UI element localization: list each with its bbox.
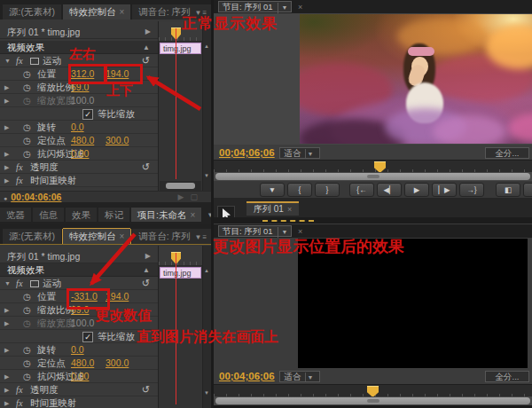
tab-信息[interactable]: 信息 (33, 208, 64, 222)
stopwatch-icon[interactable]: ◷ (23, 290, 31, 303)
dropdown-arrow-icon[interactable]: ▼ (278, 227, 288, 238)
chevron-right-icon[interactable]: ▶ (145, 25, 151, 39)
twirl-closed-icon[interactable]: ▶ (4, 81, 9, 94)
twirl-closed-icon[interactable]: ▶ (4, 317, 9, 330)
sequence-header[interactable]: 序列 01 * timg.jpg ▶ (0, 249, 158, 263)
add-marker-button[interactable]: ▼ (260, 183, 285, 197)
monitor-scrollbar[interactable] (214, 396, 532, 405)
monitor-timecode[interactable]: 00;04;06;06 (219, 147, 275, 158)
位置-value-1[interactable]: 312.0 (71, 67, 94, 81)
collapse-icon[interactable]: ▲ (143, 41, 150, 54)
monitor-time-ruler[interactable] (214, 160, 532, 173)
缩放比例-value-1[interactable]: 69.0 (71, 303, 89, 317)
uniform-scale-checkbox[interactable]: ✓ (82, 332, 93, 342)
zoom-level-dropdown[interactable]: 适合▼ (279, 147, 320, 159)
twirl-closed-icon[interactable]: ▶ (4, 161, 9, 174)
mark-in-button[interactable]: { (287, 183, 312, 197)
scroll-up-icon[interactable]: ▲ (204, 268, 209, 273)
twirl-open-icon[interactable]: ▼ (4, 277, 11, 290)
twirl-open-icon[interactable]: ▼ (4, 54, 11, 67)
chevron-right-icon[interactable]: ▶ (145, 249, 151, 263)
缩放宽度-value-1[interactable]: 100.0 (71, 94, 94, 107)
缩放比例-value-1[interactable]: 69.0 (71, 81, 89, 94)
dropdown-arrow-icon[interactable]: ▼ (278, 3, 288, 13)
panel-menu-icon[interactable]: ▼≡ (195, 9, 208, 17)
vertical-scrollbar[interactable]: ▲ ▼ (202, 246, 211, 408)
tab-特效控制台[interactable]: 特效控制台× (63, 229, 130, 244)
lift-button[interactable]: ◧ (496, 183, 520, 197)
uniform-scale-checkbox[interactable]: ✓ (82, 109, 93, 120)
reset-icon[interactable]: ↺ (142, 277, 150, 290)
close-icon[interactable]: × (298, 227, 302, 236)
close-icon[interactable]: × (298, 3, 302, 12)
twirl-closed-icon[interactable]: ▶ (4, 370, 9, 383)
定位点-value-2[interactable]: 300.0 (106, 134, 129, 147)
reset-icon[interactable]: ↺ (142, 54, 150, 67)
stopwatch-icon[interactable]: ◷ (23, 303, 31, 317)
close-icon[interactable]: × (119, 231, 124, 241)
缩放宽度-value-1[interactable]: 100.0 (71, 317, 94, 330)
monitor-timecode[interactable]: 00;04;06;06 (219, 371, 275, 381)
twirl-closed-icon[interactable]: ▶ (4, 121, 9, 134)
twirl-closed-icon[interactable]: ▶ (4, 383, 9, 396)
program-tab[interactable]: 节目: 序列 01▼ (218, 1, 292, 12)
旋转-value-1[interactable]: 0.0 (71, 121, 84, 134)
位置-value-2[interactable]: 194.0 (106, 290, 129, 303)
定位点-value-1[interactable]: 480.0 (71, 134, 94, 147)
stopwatch-icon[interactable]: ◷ (23, 317, 31, 330)
scroll-down-icon[interactable]: ▼ (204, 173, 209, 178)
stopwatch-icon[interactable]: ◷ (23, 67, 31, 81)
vertical-scrollbar[interactable]: ▲ ▼ (202, 21, 211, 191)
tab-项目:未命名[interactable]: 项目:未命名× (131, 208, 201, 222)
reset-icon[interactable]: ↺ (142, 383, 150, 396)
step-forward-button[interactable]: ▏▶ (432, 183, 457, 197)
scrollbar-thumb[interactable] (166, 183, 195, 189)
tab-效果[interactable]: 效果 (66, 208, 97, 222)
reset-icon[interactable]: ↺ (142, 161, 150, 174)
go-to-out-button[interactable]: →} (459, 183, 484, 197)
twirl-closed-icon[interactable]: ▶ (4, 343, 9, 357)
collapse-icon[interactable]: ▲ (143, 263, 150, 277)
monitor-time-ruler[interactable] (214, 384, 532, 397)
close-icon[interactable]: × (287, 205, 292, 214)
scroll-down-icon[interactable]: ▼ (204, 390, 209, 396)
stopwatch-icon[interactable]: ◷ (23, 81, 31, 94)
extract-button[interactable]: ◨ (523, 183, 532, 197)
resolution-dropdown[interactable]: 全分... (485, 371, 529, 382)
panel-menu-icon[interactable]: ▼≡ (195, 233, 208, 241)
stopwatch-icon[interactable]: ◷ (23, 134, 31, 147)
旋转-value-1[interactable]: 0.0 (71, 343, 84, 357)
tab-调音台: 序列[interactable]: 调音台: 序列▼≡ (132, 229, 214, 244)
stopwatch-icon[interactable]: ◷ (23, 343, 31, 357)
定位点-value-2[interactable]: 300.0 (106, 357, 129, 370)
位置-value-1[interactable]: -331.0 (71, 290, 98, 303)
twirl-closed-icon[interactable]: ▶ (4, 174, 9, 187)
stopwatch-icon[interactable]: ◷ (23, 147, 31, 161)
位置-value-2[interactable]: 194.0 (106, 67, 129, 81)
stopwatch-icon[interactable]: ◷ (23, 357, 31, 370)
horizontal-scrollbar[interactable] (160, 181, 201, 191)
tab-源:(无素材)[interactable]: 源:(无素材) (3, 229, 61, 244)
tab-源:(无素材)[interactable]: 源:(无素材) (3, 4, 61, 20)
tab-特效控制台[interactable]: 特效控制台× (63, 4, 130, 20)
twirl-closed-icon[interactable]: ▶ (4, 303, 9, 317)
定位点-value-1[interactable]: 480.0 (71, 357, 94, 370)
mark-out-button[interactable]: } (315, 183, 340, 197)
timeline-tab[interactable]: 序列 01× (246, 201, 299, 216)
tab-调音台: 序列[interactable]: 调音台: 序列▼≡ (132, 4, 214, 20)
go-to-in-button[interactable]: {← (349, 183, 374, 197)
play-button[interactable]: ▶ (404, 183, 429, 197)
monitor-scrollbar[interactable] (214, 172, 532, 181)
stopwatch-icon[interactable]: ◷ (23, 370, 31, 383)
panel-timecode[interactable]: 00:04:06:06 (11, 192, 61, 202)
twirl-closed-icon[interactable]: ▶ (4, 94, 9, 107)
抗闪烁过滤-value-1[interactable]: 0.00 (71, 370, 89, 383)
zoom-level-dropdown[interactable]: 适合▼ (279, 371, 320, 382)
resolution-dropdown[interactable]: 全分... (485, 147, 529, 159)
program-tab[interactable]: 节目: 序列 01▼ (218, 225, 292, 237)
twirl-closed-icon[interactable]: ▶ (4, 396, 9, 408)
stopwatch-icon[interactable]: ◷ (23, 94, 31, 107)
clip-bar[interactable]: timg.jpg (160, 267, 201, 279)
close-icon[interactable]: × (190, 210, 195, 220)
sequence-header[interactable]: 序列 01 * timg.jpg ▶ (0, 25, 158, 39)
